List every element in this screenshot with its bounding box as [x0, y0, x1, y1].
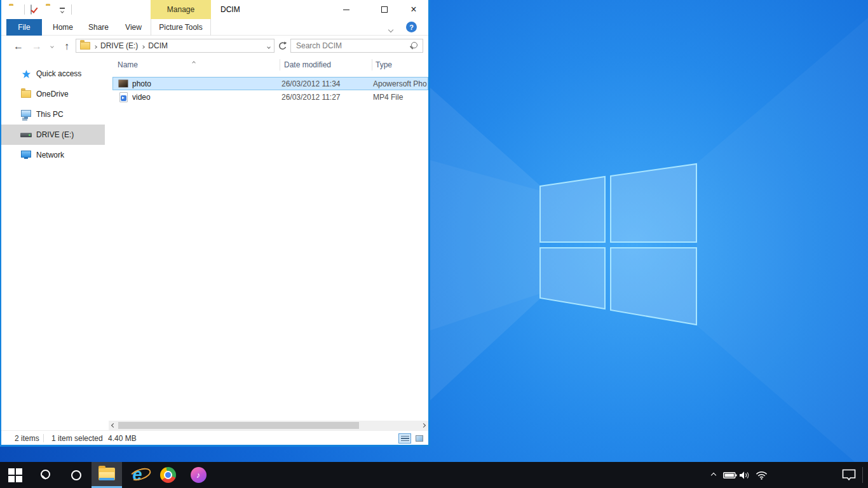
- show-desktop-button[interactable]: [862, 467, 863, 483]
- breadcrumb-chevron-icon[interactable]: [142, 41, 144, 50]
- show-hidden-icons-button[interactable]: [705, 462, 722, 488]
- navigation-pane: Quick access OneDrive This PC DRIVE (E:)…: [1, 64, 105, 165]
- video-file-icon: [118, 92, 128, 102]
- close-icon: ×: [410, 4, 416, 15]
- network-icon: [20, 151, 32, 159]
- sort-ascending-icon: [193, 57, 195, 66]
- up-button[interactable]: ↑: [58, 36, 75, 56]
- recent-locations-icon[interactable]: [47, 36, 57, 56]
- scroll-left-icon[interactable]: [109, 421, 118, 430]
- action-center-button[interactable]: [837, 462, 860, 488]
- cortana-icon: [71, 470, 81, 480]
- tab-view[interactable]: View: [118, 19, 149, 36]
- battery-icon: [723, 471, 737, 479]
- tab-share[interactable]: Share: [81, 19, 116, 36]
- scroll-right-icon[interactable]: [419, 421, 428, 430]
- address-bar[interactable]: DRIVE (E:) DCIM: [76, 39, 275, 53]
- tab-home[interactable]: Home: [47, 19, 79, 36]
- file-row[interactable]: photo 26/03/2012 11:34 Apowersoft Pho: [112, 77, 428, 90]
- minimize-button[interactable]: [334, 0, 358, 19]
- status-bar: 2 items 1 item selected 4.40 MB: [1, 430, 428, 445]
- address-dropdown-icon[interactable]: [268, 41, 270, 50]
- action-center-icon: [842, 469, 856, 481]
- details-view-button[interactable]: [398, 433, 411, 444]
- breadcrumb-drive[interactable]: DRIVE (E:): [100, 41, 138, 50]
- tab-picture-tools[interactable]: Picture Tools: [151, 19, 211, 36]
- taskbar-chrome-button[interactable]: [153, 462, 183, 488]
- horizontal-scrollbar[interactable]: [109, 421, 428, 430]
- wifi-tray-button[interactable]: [752, 462, 770, 488]
- file-name: photo: [132, 79, 281, 88]
- column-divider[interactable]: [372, 59, 372, 71]
- search-box[interactable]: [290, 39, 423, 53]
- navigation-toolbar: ← → ↑ DRIVE (E:) DCIM: [1, 36, 428, 56]
- sidebar-item-network[interactable]: Network: [1, 145, 105, 165]
- sidebar-item-quick-access[interactable]: Quick access: [1, 64, 105, 84]
- minimize-icon: [343, 10, 349, 10]
- speaker-icon: [739, 471, 750, 480]
- sidebar-item-label: This PC: [36, 110, 64, 119]
- breadcrumb-chevron-icon[interactable]: [94, 41, 97, 50]
- qat-properties-icon[interactable]: [31, 5, 32, 14]
- taskbar-search-button[interactable]: [31, 462, 61, 488]
- qat-separator: [71, 4, 72, 15]
- windows-flag-panes: [540, 164, 696, 325]
- windows-start-icon: [8, 468, 22, 482]
- taskbar-file-explorer-button[interactable]: [92, 462, 122, 488]
- window-border: [0, 0, 1, 447]
- column-divider[interactable]: [280, 59, 280, 71]
- start-button[interactable]: [0, 462, 31, 488]
- items-count: 2 items: [15, 434, 39, 443]
- photo-thumbnail-icon: [118, 79, 128, 88]
- scrollbar-thumb[interactable]: [118, 422, 359, 429]
- column-header-name[interactable]: Name: [118, 60, 138, 69]
- refresh-icon: [278, 41, 287, 51]
- sidebar-item-drive-e[interactable]: DRIVE (E:): [1, 125, 105, 145]
- close-button[interactable]: ×: [402, 0, 426, 19]
- help-button[interactable]: ?: [406, 22, 417, 32]
- selection-size: 4.40 MB: [108, 434, 137, 443]
- large-icons-view-button[interactable]: [413, 433, 426, 444]
- expand-ribbon-icon[interactable]: [389, 25, 393, 34]
- selection-count: 1 item selected: [51, 434, 103, 443]
- back-button[interactable]: ←: [9, 36, 28, 56]
- sidebar-item-this-pc[interactable]: This PC: [1, 104, 105, 125]
- large-icons-view-icon: [416, 435, 423, 442]
- window-border[interactable]: [0, 445, 430, 447]
- window-border[interactable]: [428, 0, 430, 447]
- column-headers: Name Date modified Type: [109, 56, 428, 73]
- breadcrumb-dcim[interactable]: DCIM: [148, 41, 168, 50]
- volume-tray-button[interactable]: [736, 462, 752, 488]
- column-header-date-modified[interactable]: Date modified: [284, 60, 331, 69]
- window-title: DCIM: [220, 0, 240, 19]
- qat-customize-icon[interactable]: [60, 8, 65, 13]
- file-explorer-window: Manage DCIM × File Home Share View Pictu…: [0, 0, 430, 447]
- taskbar-internet-explorer-button[interactable]: e: [122, 462, 153, 488]
- sidebar-item-label: OneDrive: [36, 90, 69, 98]
- file-date-modified: 26/03/2012 11:34: [281, 79, 373, 88]
- search-icon: [40, 470, 51, 481]
- search-icon[interactable]: [409, 42, 417, 50]
- cortana-button[interactable]: [61, 462, 92, 488]
- tab-file[interactable]: File: [6, 19, 42, 36]
- itunes-icon: ♪: [191, 467, 207, 483]
- title-bar[interactable]: Manage DCIM ×: [1, 0, 428, 19]
- sidebar-item-label: Quick access: [36, 69, 81, 78]
- refresh-button[interactable]: [276, 39, 289, 53]
- maximize-icon: [381, 6, 388, 13]
- folder-icon: [20, 90, 32, 98]
- monitor-icon: [20, 110, 32, 119]
- taskbar-itunes-button[interactable]: ♪: [183, 462, 214, 488]
- file-row[interactable]: video 26/03/2012 11:27 MP4 File: [112, 90, 428, 104]
- sidebar-item-onedrive[interactable]: OneDrive: [1, 84, 105, 104]
- maximize-button[interactable]: [372, 0, 397, 19]
- file-type: Apowersoft Pho: [373, 79, 428, 88]
- status-divider: [43, 434, 44, 442]
- wifi-icon: [756, 470, 768, 480]
- column-header-type[interactable]: Type: [376, 60, 392, 69]
- search-input[interactable]: [296, 41, 409, 50]
- drive-icon: [20, 133, 32, 137]
- forward-button[interactable]: →: [28, 36, 46, 56]
- contextual-tab-manage[interactable]: Manage: [151, 0, 211, 19]
- chrome-icon: [160, 467, 176, 483]
